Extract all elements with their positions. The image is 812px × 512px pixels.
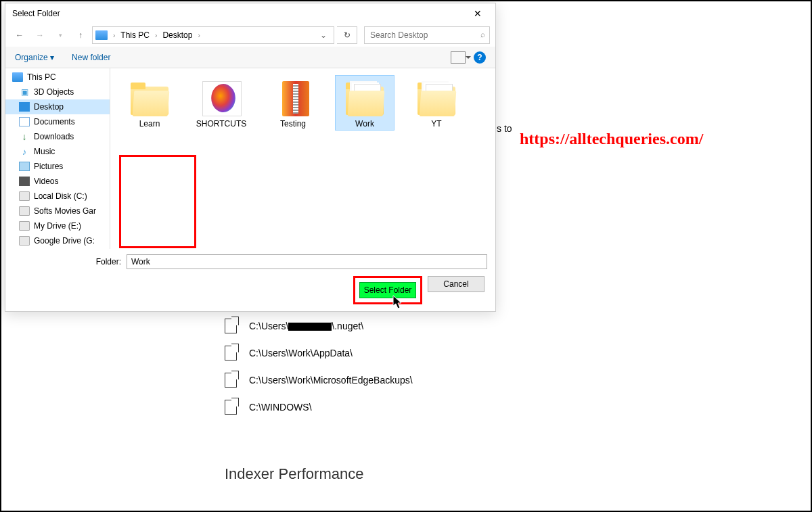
disk-icon <box>19 221 30 231</box>
folder-icon <box>127 77 173 116</box>
dialog-footer: Folder: Select Folder Cancel <box>5 249 495 311</box>
redacted-text <box>288 323 332 331</box>
path-text: C:\Users\Work\AppData\ <box>249 348 353 358</box>
sidebar-item-label: Documents <box>34 117 75 126</box>
sidebar-item[interactable]: Google Drive (G: <box>5 233 110 248</box>
sidebar-item-label: My Drive (E:) <box>34 221 81 231</box>
sidebar-item-label: Videos <box>34 177 58 186</box>
disk-icon <box>19 236 30 246</box>
sidebar-item-label: Downloads <box>34 132 74 141</box>
sidebar-item[interactable]: Softs Movies Gar <box>5 204 110 218</box>
up-button[interactable]: ↑ <box>72 26 89 44</box>
sidebar-item[interactable]: Desktop <box>5 99 110 114</box>
sidebar-item-label: Pictures <box>34 162 63 171</box>
disk-icon <box>19 191 30 201</box>
folder-item[interactable]: YT <box>407 75 466 131</box>
folder-label: Folder: <box>96 257 121 266</box>
pc-icon <box>12 72 23 82</box>
sidebar-item-label: Softs Movies Gar <box>34 206 96 216</box>
select-folder-dialog: Select Folder ✕ ← → ▾ ↑ › This PC › Desk… <box>5 3 496 312</box>
checkbox-icon[interactable] <box>225 373 237 388</box>
background-settings-panel: C:\Users\\.nuget\ C:\Users\Work\AppData\… <box>225 312 804 483</box>
folder-icon <box>198 77 244 116</box>
path-text: C:\Users\Work\MicrosoftEdgeBackups\ <box>249 375 413 386</box>
3d-icon: ▣ <box>19 87 30 97</box>
file-grid: LearnSHORTCUTSTestingWorkYT <box>110 68 495 249</box>
chevron-right-icon: › <box>154 32 158 39</box>
file-label: YT <box>431 119 441 129</box>
file-label: Work <box>355 119 374 129</box>
file-label: Learn <box>139 119 160 129</box>
file-label: SHORTCUTS <box>196 119 246 129</box>
watermark-link[interactable]: https://alltechqueries.com/ <box>520 130 703 148</box>
background-clip-text: s to <box>497 123 512 134</box>
desk-icon <box>19 102 30 112</box>
vid-icon <box>19 177 30 186</box>
folder-item[interactable]: Learn <box>120 75 179 131</box>
recent-dropdown-icon[interactable]: ▾ <box>51 26 69 44</box>
folder-input[interactable] <box>127 254 487 269</box>
file-label: Testing <box>280 119 306 129</box>
sidebar-item[interactable]: ↓Downloads <box>5 129 110 144</box>
breadcrumb-dropdown-icon[interactable]: ⌄ <box>316 30 331 40</box>
folder-item[interactable]: Work <box>335 75 394 131</box>
music-icon: ♪ <box>19 147 30 156</box>
search-box[interactable]: ⌕ <box>364 26 490 44</box>
cursor-icon <box>392 295 403 310</box>
doc-icon <box>19 117 30 126</box>
path-text: C:\WINDOWS\ <box>249 402 312 413</box>
pc-icon <box>95 30 108 40</box>
sidebar-item[interactable]: Documents <box>5 114 110 129</box>
select-folder-button[interactable]: Select Folder <box>359 282 416 298</box>
path-text: C:\Users\\.nuget\ <box>249 321 363 331</box>
refresh-button[interactable]: ↻ <box>337 26 357 44</box>
checkbox-icon[interactable] <box>225 319 237 333</box>
close-button[interactable]: ✕ <box>464 5 491 22</box>
sidebar-item[interactable]: My Drive (E:) <box>5 218 110 233</box>
breadcrumb-location[interactable]: Desktop <box>160 30 195 40</box>
select-button-highlight: Select Folder <box>353 276 422 304</box>
sidebar-item-label: Desktop <box>34 102 64 112</box>
sidebar-item[interactable]: Local Disk (C:) <box>5 189 110 204</box>
sidebar-item[interactable]: Pictures <box>5 159 110 174</box>
sidebar-item[interactable]: This PC <box>5 70 110 85</box>
folder-item[interactable]: SHORTCUTS <box>191 75 251 131</box>
checkbox-icon[interactable] <box>225 400 237 415</box>
down-icon: ↓ <box>19 132 30 141</box>
path-row: C:\Users\Work\AppData\ <box>225 340 804 367</box>
sidebar-item-label: Music <box>34 147 55 156</box>
view-button[interactable] <box>451 51 466 64</box>
search-input[interactable] <box>370 27 473 43</box>
new-folder-button[interactable]: New folder <box>72 53 110 62</box>
sidebar-item-label: 3D Objects <box>34 87 74 97</box>
forward-button[interactable]: → <box>31 26 49 44</box>
chevron-right-icon: › <box>112 32 116 39</box>
chevron-right-icon: › <box>196 32 201 39</box>
breadcrumb[interactable]: › This PC › Desktop › ⌄ <box>92 26 334 44</box>
path-row: C:\WINDOWS\ <box>225 394 804 421</box>
section-heading: Indexer Performance <box>225 465 804 483</box>
search-icon: ⌕ <box>480 30 485 39</box>
sidebar: This PC▣3D ObjectsDesktopDocuments↓Downl… <box>5 68 110 249</box>
cancel-button[interactable]: Cancel <box>428 276 484 292</box>
folder-item[interactable]: Testing <box>263 75 323 131</box>
breadcrumb-pc[interactable]: This PC <box>118 30 152 40</box>
path-row: C:\Users\\.nuget\ <box>225 312 804 340</box>
sidebar-item[interactable]: ♪Music <box>5 144 110 159</box>
nav-row: ← → ▾ ↑ › This PC › Desktop › ⌄ ↻ ⌕ <box>5 24 495 47</box>
sidebar-item-label: Local Disk (C:) <box>34 191 87 201</box>
sidebar-item[interactable]: Videos <box>5 174 110 189</box>
folder-icon <box>413 77 459 116</box>
toolbar: Organize ▾ New folder ? <box>5 47 495 68</box>
titlebar: Select Folder ✕ <box>5 3 495 24</box>
back-button[interactable]: ← <box>11 26 28 44</box>
pic-icon <box>19 162 30 171</box>
disk-icon <box>19 206 30 216</box>
folder-icon <box>270 77 316 116</box>
organize-menu[interactable]: Organize ▾ <box>15 53 54 62</box>
sidebar-item[interactable]: ▣3D Objects <box>5 85 110 99</box>
checkbox-icon[interactable] <box>225 346 237 360</box>
help-button[interactable]: ? <box>474 51 486 64</box>
sidebar-item-label: This PC <box>27 72 56 82</box>
path-row: C:\Users\Work\MicrosoftEdgeBackups\ <box>225 367 804 394</box>
